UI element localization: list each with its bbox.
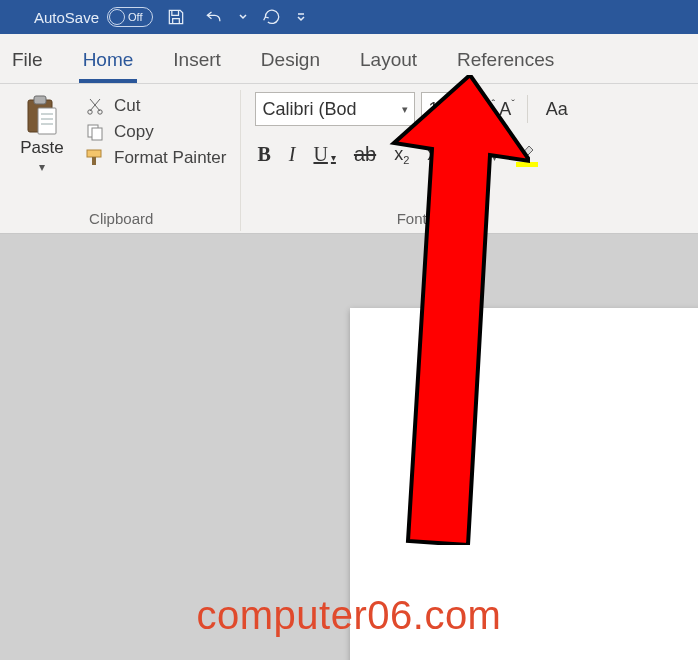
font-size-value: 11	[428, 99, 448, 120]
svg-rect-2	[38, 108, 56, 134]
text-effects-button[interactable]: A▾	[473, 141, 498, 168]
tab-references[interactable]: References	[455, 39, 556, 79]
change-case-button[interactable]: Aa	[546, 99, 568, 120]
ribbon: Paste ▾ Cut Copy	[0, 84, 698, 234]
subscript-button[interactable]: x2	[392, 142, 411, 167]
italic-button[interactable]: I	[287, 141, 298, 168]
copy-label: Copy	[114, 122, 154, 142]
strikethrough-button[interactable]: ab	[352, 141, 378, 168]
undo-dropdown[interactable]	[237, 2, 249, 32]
clipboard-group-label: Clipboard	[12, 204, 230, 227]
tab-design[interactable]: Design	[259, 39, 322, 79]
copy-icon	[84, 122, 106, 142]
highlight-icon	[515, 142, 539, 162]
svg-rect-11	[92, 157, 96, 165]
highlight-color-swatch	[516, 162, 538, 167]
separator	[527, 95, 528, 123]
copy-button[interactable]: Copy	[84, 122, 226, 142]
autosave-label: AutoSave	[34, 9, 99, 26]
format-painter-icon	[84, 148, 106, 168]
chevron-down-icon: ▾	[454, 103, 460, 116]
svg-rect-9	[92, 128, 102, 140]
ribbon-tabs: File Home Insert Design Layout Reference…	[0, 34, 698, 84]
toggle-knob	[109, 9, 125, 25]
separator	[458, 143, 459, 167]
chevron-down-icon: ▾	[402, 103, 408, 116]
title-bar: AutoSave Off	[0, 0, 698, 34]
font-size-combo[interactable]: 11 ▾	[421, 92, 467, 126]
paste-icon	[24, 94, 60, 136]
shrink-font-button[interactable]: Aˇ	[499, 98, 515, 120]
underline-button[interactable]: U▾	[311, 141, 337, 168]
redo-button[interactable]	[257, 2, 287, 32]
tab-insert[interactable]: Insert	[171, 39, 223, 79]
cut-button[interactable]: Cut	[84, 96, 226, 116]
toggle-off-label: Off	[128, 11, 142, 23]
format-painter-label: Format Painter	[114, 148, 226, 168]
cut-icon	[84, 96, 106, 116]
qat-customize[interactable]	[295, 2, 307, 32]
paste-dropdown-icon: ▾	[39, 160, 45, 174]
bold-button[interactable]: B	[255, 141, 272, 168]
svg-rect-10	[87, 150, 101, 157]
undo-button[interactable]	[199, 2, 229, 32]
autosave-toggle[interactable]: Off	[107, 7, 153, 27]
svg-rect-1	[34, 96, 46, 104]
watermark-text: computer06.com	[0, 593, 698, 638]
cut-label: Cut	[114, 96, 140, 116]
group-font: Calibri (Bod ▾ 11 ▾ Aˆ Aˇ Aa B	[241, 90, 575, 231]
save-button[interactable]	[161, 2, 191, 32]
paste-button[interactable]: Paste ▾	[12, 92, 72, 204]
group-clipboard: Paste ▾ Cut Copy	[8, 90, 241, 231]
tab-layout[interactable]: Layout	[358, 39, 419, 79]
paste-label: Paste	[20, 138, 63, 158]
font-family-value: Calibri (Bod	[262, 99, 356, 120]
tab-home[interactable]: Home	[81, 39, 136, 79]
format-painter-button[interactable]: Format Painter	[84, 148, 226, 168]
font-group-label: Font	[255, 204, 567, 227]
superscript-button[interactable]: x2	[425, 142, 444, 167]
grow-font-button[interactable]: Aˆ	[479, 98, 495, 120]
tab-file[interactable]: File	[10, 39, 45, 79]
highlight-button[interactable]	[513, 140, 541, 169]
font-family-combo[interactable]: Calibri (Bod ▾	[255, 92, 415, 126]
